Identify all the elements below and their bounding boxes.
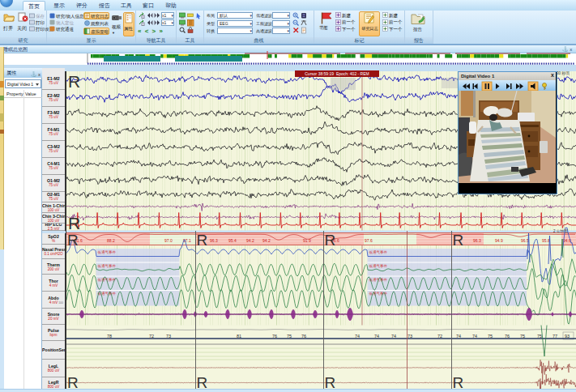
svg-text:97.6: 97.6	[365, 238, 373, 243]
svg-text:75: 75	[287, 334, 292, 339]
svg-text:74: 74	[374, 334, 379, 339]
svg-text:96.5: 96.5	[521, 238, 529, 243]
svg-text:低通气事件: 低通气事件	[368, 249, 387, 254]
svg-text:74: 74	[472, 334, 477, 339]
svg-text:93: 93	[565, 334, 570, 339]
svg-text:95.8: 95.8	[542, 238, 550, 243]
svg-text:73: 73	[407, 334, 412, 339]
svg-text:低通气事件: 低通气事件	[96, 249, 116, 254]
svg-text:低通气事件: 低通气事件	[368, 291, 387, 296]
svg-text:74: 74	[355, 334, 360, 339]
svg-text:72: 72	[437, 334, 442, 339]
svg-text:R: R	[68, 214, 80, 232]
svg-text:75: 75	[488, 334, 493, 339]
svg-text:76: 76	[505, 334, 510, 339]
svg-text:95.4: 95.4	[228, 238, 237, 243]
svg-text:96.3: 96.3	[473, 238, 481, 243]
svg-text:R: R	[196, 232, 207, 249]
svg-text:低通气事件: 低通气事件	[96, 263, 116, 268]
svg-text:97.0: 97.0	[164, 238, 173, 243]
svg-text:77: 77	[553, 334, 557, 339]
svg-text:74: 74	[391, 334, 396, 339]
svg-text:78: 78	[107, 334, 112, 339]
svg-text:75: 75	[520, 334, 525, 339]
svg-text:94.2: 94.2	[262, 238, 271, 243]
svg-text:88.2: 88.2	[107, 238, 115, 243]
svg-text:R: R	[324, 232, 335, 249]
svg-text:94.2: 94.2	[246, 238, 254, 243]
svg-text:76: 76	[272, 334, 277, 339]
svg-text:73: 73	[166, 334, 171, 339]
svg-text:76: 76	[301, 334, 306, 339]
svg-text:R: R	[67, 232, 79, 249]
svg-text:75: 75	[537, 334, 542, 339]
svg-text:R: R	[68, 72, 80, 91]
svg-text:74: 74	[456, 334, 461, 339]
svg-text:低通气事件: 低通气事件	[368, 263, 387, 268]
svg-text:91.9: 91.9	[303, 238, 311, 243]
svg-text:81: 81	[237, 334, 241, 339]
svg-text:72: 72	[149, 334, 154, 339]
svg-text:94.9: 94.9	[495, 238, 503, 243]
svg-text:97.1: 97.1	[183, 238, 191, 243]
svg-text:96.3: 96.3	[210, 238, 218, 243]
svg-text:R: R	[452, 232, 463, 249]
